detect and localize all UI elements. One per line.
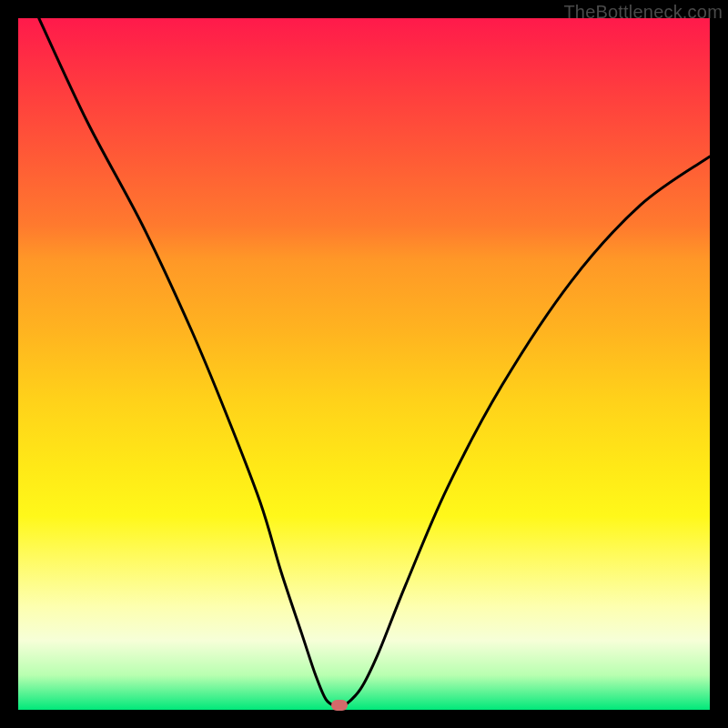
plot-area xyxy=(18,18,710,710)
chart-frame: TheBottleneck.com xyxy=(0,0,728,728)
optimal-point-marker xyxy=(331,700,348,711)
watermark-text: TheBottleneck.com xyxy=(563,2,723,23)
bottleneck-curve xyxy=(18,18,710,710)
